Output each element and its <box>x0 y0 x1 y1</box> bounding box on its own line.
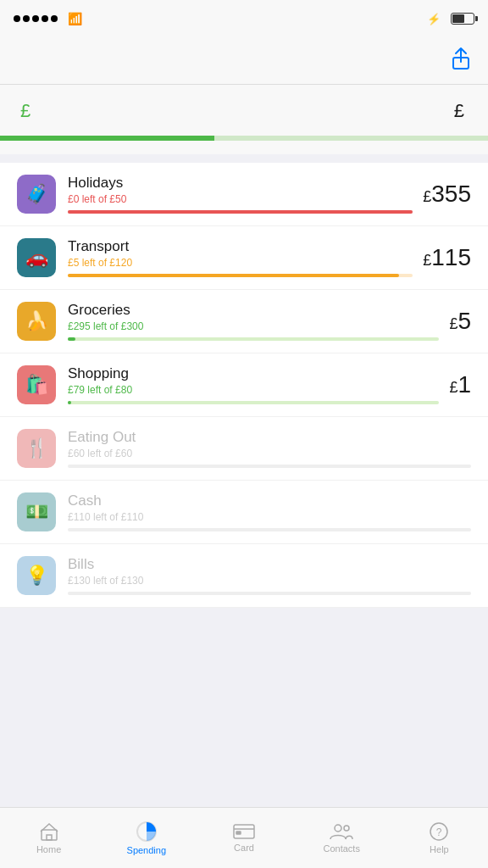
tab-card-label: Card <box>234 843 254 853</box>
category-name: Shopping <box>68 365 439 382</box>
tab-bar: Home Spending Card Contacts ? Help <box>0 807 488 868</box>
category-subtitle: £295 left of £300 <box>68 320 439 332</box>
category-icon: 🧳 <box>17 175 56 214</box>
category-info: Bills £130 left of £130 <box>68 556 471 595</box>
category-subtitle: £130 left of £130 <box>68 575 471 587</box>
category-name: Transport <box>68 238 413 255</box>
tab-card[interactable]: Card <box>195 823 292 853</box>
category-info: Cash £110 left of £110 <box>68 492 471 531</box>
right-amount: £ <box>454 100 468 122</box>
status-left: 📶 <box>14 12 82 25</box>
nav-bar <box>0 37 488 85</box>
category-amount: £5 <box>449 308 471 335</box>
summary-section: £ £ <box>0 85 488 136</box>
status-bar: 📶 ⚡ <box>0 0 488 37</box>
category-info: Shopping £79 left of £80 <box>68 365 439 404</box>
category-icon: 🚗 <box>17 238 56 277</box>
category-subtitle: £5 left of £120 <box>68 257 413 269</box>
svg-text:?: ? <box>436 826 442 838</box>
category-icon: 🛍️ <box>17 365 56 404</box>
right-currency: £ <box>454 100 464 122</box>
tab-help-label: Help <box>430 844 449 854</box>
category-bar-track <box>68 465 471 468</box>
category-bar-track <box>68 592 471 595</box>
summary-right: £ <box>454 100 468 124</box>
list-item[interactable]: 💵 Cash £110 left of £110 <box>0 481 488 544</box>
category-icon: 💡 <box>17 556 56 595</box>
tab-home[interactable]: Home <box>0 821 97 854</box>
category-bar-track <box>68 528 471 531</box>
left-currency: £ <box>20 100 30 122</box>
category-name: Groceries <box>68 302 439 319</box>
category-info: Groceries £295 left of £300 <box>68 302 439 341</box>
category-name: Bills <box>68 556 471 573</box>
svg-rect-2 <box>47 835 52 840</box>
category-bar-fill <box>68 401 71 404</box>
tab-help[interactable]: ? Help <box>391 821 488 854</box>
category-bar-track <box>68 274 413 277</box>
overall-progress <box>0 136 488 154</box>
list-item[interactable]: 🍌 Groceries £295 left of £300 £5 <box>0 290 488 353</box>
category-info: Transport £5 left of £120 <box>68 238 413 277</box>
category-amount: £355 <box>423 181 471 208</box>
category-name: Holidays <box>68 175 413 192</box>
battery-icon <box>451 13 474 25</box>
list-item[interactable]: 🧳 Holidays £0 left of £50 £355 <box>0 163 488 226</box>
left-amount: £ <box>20 100 34 122</box>
category-bar-track <box>68 337 439 341</box>
category-name: Cash <box>68 492 471 509</box>
category-amount: £1 <box>449 371 471 398</box>
tab-contacts[interactable]: Contacts <box>293 822 391 854</box>
overall-progress-fill <box>0 136 214 141</box>
category-icon: 💵 <box>17 492 56 531</box>
category-bar-fill <box>68 337 75 341</box>
status-right: ⚡ <box>427 13 474 25</box>
list-item[interactable]: 💡 Bills £130 left of £130 <box>0 544 488 608</box>
category-info: Eating Out £60 left of £60 <box>68 429 471 468</box>
category-subtitle: £0 left of £50 <box>68 193 413 205</box>
list-item[interactable]: 🚗 Transport £5 left of £120 £115 <box>0 226 488 290</box>
bluetooth-icon: ⚡ <box>427 13 441 25</box>
spending-list: 🧳 Holidays £0 left of £50 £355 🚗 Transpo… <box>0 163 488 608</box>
category-name: Eating Out <box>68 429 471 446</box>
wifi-icon: 📶 <box>68 12 82 25</box>
signal-dots <box>14 15 58 22</box>
tab-spending[interactable]: Spending <box>97 821 195 855</box>
svg-point-8 <box>335 825 341 832</box>
category-bar-fill <box>68 210 413 214</box>
tab-spending-label: Spending <box>127 845 167 855</box>
category-icon: 🍴 <box>17 429 56 468</box>
category-amount: £115 <box>423 244 471 271</box>
overall-progress-track <box>0 136 488 141</box>
tab-contacts-label: Contacts <box>324 843 360 854</box>
list-item[interactable]: 🍴 Eating Out £60 left of £60 <box>0 417 488 481</box>
category-bar-fill <box>68 274 399 277</box>
category-icon: 🍌 <box>17 302 56 341</box>
category-subtitle: £79 left of £80 <box>68 384 439 396</box>
share-button[interactable] <box>451 47 471 75</box>
category-subtitle: £60 left of £60 <box>68 448 471 459</box>
svg-point-9 <box>344 826 349 831</box>
category-subtitle: £110 left of £110 <box>68 511 471 523</box>
category-bar-track <box>68 401 439 404</box>
summary-left: £ <box>20 100 34 124</box>
svg-rect-7 <box>236 832 241 834</box>
list-item[interactable]: 🛍️ Shopping £79 left of £80 £1 <box>0 353 488 417</box>
category-info: Holidays £0 left of £50 <box>68 175 413 214</box>
tab-home-label: Home <box>36 844 61 854</box>
category-bar-track <box>68 210 413 214</box>
